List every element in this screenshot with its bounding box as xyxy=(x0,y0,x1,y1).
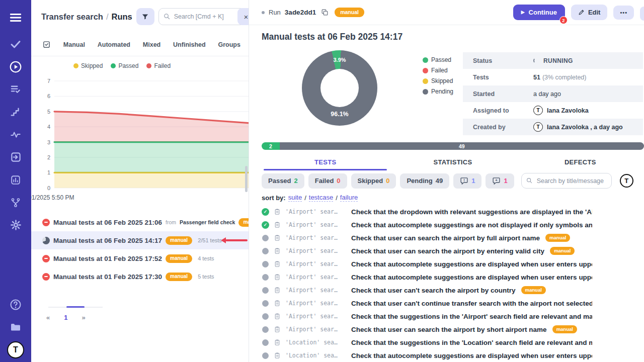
test-title[interactable]: Check that user can search the airport b… xyxy=(351,234,540,242)
test-search-input[interactable] xyxy=(521,173,612,189)
run-from-plan[interactable]: Passenger field check xyxy=(180,219,235,225)
test-row[interactable]: 'Airport' sear…Check that autocomplete s… xyxy=(249,257,592,270)
test-suite-name[interactable]: 'Airport' sear… xyxy=(285,313,347,320)
filter-button[interactable] xyxy=(136,8,154,25)
test-title[interactable]: Check that autocomplete suggestions are … xyxy=(351,274,592,281)
test-row[interactable]: 'Location' sea…Check that autocomplete s… xyxy=(249,349,592,362)
sort-by-failure[interactable]: failure xyxy=(340,194,358,202)
run-tab-manual[interactable]: Manual xyxy=(63,41,85,48)
user-name[interactable]: Iana Zavoloka xyxy=(547,107,589,114)
run-list: Manual tests at 06 Feb 2025 21:06fromPas… xyxy=(31,213,249,286)
test-row[interactable]: 'Airport' sear…Check that the suggestion… xyxy=(249,310,592,323)
run-tab-unfinished[interactable]: Unfinished xyxy=(173,41,206,48)
comment-exclaim-filter-button[interactable]: !1 xyxy=(453,173,481,189)
run-list-item[interactable]: Manual tests at 01 Feb 2025 17:30manual5… xyxy=(31,267,249,286)
help-icon[interactable] xyxy=(0,293,31,316)
continue-label: Continue xyxy=(529,9,557,16)
info-row-status: StatusRUNNING xyxy=(463,52,643,69)
filter-skipped-button[interactable]: Skipped0 xyxy=(351,173,396,189)
test-title[interactable]: Check that the dropdown with relevant su… xyxy=(351,208,592,216)
test-row[interactable]: 'Airport' sear…Check that user can't con… xyxy=(249,297,592,310)
test-row[interactable]: 'Airport' sear…Check that user can searc… xyxy=(249,244,592,257)
folder-icon[interactable] xyxy=(0,316,31,338)
user-avatar-large[interactable]: T xyxy=(620,174,633,188)
copy-icon[interactable] xyxy=(321,9,329,16)
login-icon[interactable] xyxy=(0,146,31,168)
test-suite-name[interactable]: 'Location' sea… xyxy=(285,339,347,346)
test-title[interactable]: Check that autocomplete suggestions are … xyxy=(351,260,592,268)
filter-pending-button[interactable]: Pending49 xyxy=(400,173,449,189)
test-suite-name[interactable]: 'Airport' sear… xyxy=(285,274,347,281)
clear-search-button[interactable]: × xyxy=(237,8,249,25)
pagination-next-button[interactable]: » xyxy=(82,314,85,321)
run-list-item[interactable]: Manual tests at 01 Feb 2025 17:52manual4… xyxy=(31,249,249,267)
test-title[interactable]: Check that user can't continue transfer … xyxy=(351,300,592,307)
branch-icon[interactable] xyxy=(0,191,31,214)
run-tab-automated[interactable]: Automated xyxy=(98,41,130,48)
test-row[interactable]: 'Airport' sear…Check that user can searc… xyxy=(249,231,592,244)
runs-search-input[interactable] xyxy=(158,8,245,25)
scrollbar-thumb[interactable] xyxy=(245,166,248,192)
test-suite-name[interactable]: 'Airport' sear… xyxy=(285,260,347,267)
test-title[interactable]: Check that user can search the airport b… xyxy=(351,326,547,333)
tab-tests[interactable]: TESTS xyxy=(262,154,389,169)
menu-icon[interactable] xyxy=(0,6,31,29)
test-row[interactable]: 'Airport' sear…Check that user can searc… xyxy=(249,323,592,336)
test-row[interactable]: 'Airport' sear…Check that user can't sea… xyxy=(249,284,592,297)
test-title[interactable]: Check that autocomplete suggestings are … xyxy=(351,221,592,229)
logo-avatar[interactable]: T xyxy=(0,338,31,361)
list-check-icon[interactable] xyxy=(0,78,31,101)
test-suite-name[interactable]: 'Airport' sear… xyxy=(285,234,347,241)
edit-button[interactable]: Edit xyxy=(571,5,608,20)
test-suite-name[interactable]: 'Airport' sear… xyxy=(285,287,347,294)
testcase-icon xyxy=(274,339,281,346)
tab-defects[interactable]: DEFECTS xyxy=(517,154,644,169)
comment-plus-filter-button[interactable]: +1 xyxy=(486,173,514,189)
test-suite-name[interactable]: 'Airport' sear… xyxy=(285,247,347,254)
overflow-button-sliver[interactable] xyxy=(640,7,644,21)
steps-icon[interactable] xyxy=(0,101,31,123)
info-row-started: Starteda day ago xyxy=(463,85,643,102)
svg-text:7: 7 xyxy=(47,78,50,84)
test-suite-name[interactable]: 'Airport' sear… xyxy=(285,208,347,215)
test-row[interactable]: ✓'Airport' sear…Check that the dropdown … xyxy=(249,205,592,218)
test-title[interactable]: Check that user can search the airport b… xyxy=(351,247,544,255)
manual-badge: manual xyxy=(545,234,570,242)
gear-icon[interactable] xyxy=(0,214,31,236)
test-suite-name[interactable]: 'Airport' sear… xyxy=(285,300,347,307)
test-row[interactable]: 'Airport' sear…Check that autocomplete s… xyxy=(249,270,592,284)
bar-chart-icon[interactable] xyxy=(0,168,31,191)
continue-button[interactable]: ▶ Continue 2 xyxy=(513,5,565,20)
run-list-item[interactable]: Manual tests at 06 Feb 2025 21:06fromPas… xyxy=(31,213,249,231)
check-icon[interactable] xyxy=(0,33,31,55)
failed-dot xyxy=(423,68,428,73)
pagination-page-1[interactable]: 1 xyxy=(64,314,67,321)
test-title[interactable]: Check that user can't search the airport… xyxy=(351,287,516,294)
sort-by-label: sort by: xyxy=(262,194,286,202)
run-tab-groups[interactable]: Groups xyxy=(218,41,240,48)
run-tab-mixed[interactable]: Mixed xyxy=(143,41,160,48)
test-title[interactable]: Check that autocomplete suggestions are … xyxy=(351,352,592,359)
skipped-dot xyxy=(73,63,78,68)
play-circle-icon[interactable] xyxy=(0,55,31,78)
breadcrumb-parent[interactable]: Transfer search xyxy=(41,12,103,22)
donut-pending-label: 96.1% xyxy=(331,111,348,118)
tab-statistics[interactable]: STATISTICS xyxy=(389,154,516,169)
test-suite-name[interactable]: 'Location' sea… xyxy=(285,352,347,359)
pagination-prev-button[interactable]: « xyxy=(46,314,50,321)
user-name[interactable]: Iana Zavoloka , a day ago xyxy=(547,124,623,131)
test-row[interactable]: 'Location' sea…Check that the suggestion… xyxy=(249,336,592,349)
more-options-button[interactable]: ••• xyxy=(613,6,634,20)
filter-failed-button[interactable]: Failed0 xyxy=(308,173,347,189)
test-suite-name[interactable]: 'Airport' sear… xyxy=(285,221,347,228)
test-title[interactable]: Check that the suggestions in the 'Airpo… xyxy=(351,313,592,320)
select-all-icon[interactable] xyxy=(42,40,51,49)
sort-by-suite[interactable]: suite xyxy=(288,194,302,202)
run-list-item[interactable]: Manual tests at 06 Feb 2025 14:17manual2… xyxy=(31,231,249,249)
test-row[interactable]: ✓'Airport' sear…Check that autocomplete … xyxy=(249,218,592,231)
test-suite-name[interactable]: 'Airport' sear… xyxy=(285,326,347,333)
activity-icon[interactable] xyxy=(0,123,31,146)
sort-by-testcase[interactable]: testcase xyxy=(309,194,333,202)
test-title[interactable]: Check that the suggestions in the 'Locat… xyxy=(351,339,592,346)
filter-passed-button[interactable]: Passed2 xyxy=(262,173,304,189)
